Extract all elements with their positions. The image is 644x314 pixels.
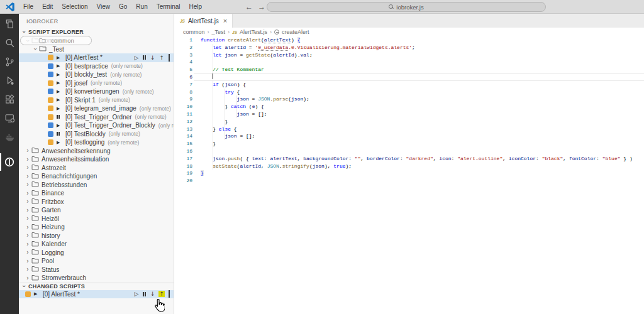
script-item[interactable]: [0] Test_Trigger_Ordner(only remote): [19, 113, 174, 122]
tab-label: AlertTest.js: [188, 18, 219, 24]
tree-find-widget[interactable]: common: [20, 36, 92, 45]
breadcrumb-item[interactable]: AlertTest.js: [240, 29, 267, 35]
code-line[interactable]: 3 let json = getState(alertId).val;: [175, 51, 644, 59]
menu-item-run[interactable]: Run: [131, 1, 152, 12]
code-line[interactable]: 17 json.push( { text: alertText, backgro…: [175, 155, 644, 163]
script-label: [0] Skript 1: [65, 97, 96, 104]
download-icon[interactable]: ↓: [150, 291, 156, 297]
run-debug-icon[interactable]: [0, 72, 19, 89]
script-item[interactable]: ▶[0] Test_Trigger_Ordner_Blockly(only re…: [19, 121, 174, 130]
code-line[interactable]: 2 let alertId = '0_userdata.0.Visualisie…: [175, 44, 644, 51]
pause-icon[interactable]: [142, 55, 147, 60]
run-icon[interactable]: ▷: [133, 291, 139, 297]
menu-item-file[interactable]: File: [19, 1, 38, 12]
remote-explorer-icon[interactable]: [0, 109, 19, 127]
folder-item[interactable]: ›_Test: [19, 45, 174, 54]
script-item[interactable]: ▶[0] bestpractice(only remote): [19, 62, 174, 71]
folder-item[interactable]: ›Anwesenheitssimulation: [19, 155, 174, 164]
script-item[interactable]: ▶[0] telegram_send_image(only remote): [19, 104, 174, 113]
folder-icon: [30, 266, 42, 273]
nav-back-arrow[interactable]: ←: [245, 3, 253, 11]
play-icon: ▶: [57, 55, 63, 60]
script-label: [0] testlogging: [65, 139, 104, 146]
code-line[interactable]: 13 } else {: [175, 126, 644, 133]
folder-item[interactable]: ›Binance: [19, 189, 174, 198]
script-item[interactable]: ▶[0] Skript 1(only remote): [19, 96, 174, 105]
code-line[interactable]: 18 setState(alertId, JSON.stringify(json…: [175, 163, 644, 170]
folder-item[interactable]: ›Fritzbox: [19, 198, 174, 207]
code-line[interactable]: 19}: [175, 170, 644, 177]
extensions-icon[interactable]: [0, 90, 19, 108]
sidebar: IOBROKER › SCRIPT EXPLORER ›common›_Test…: [19, 14, 174, 314]
folder-item[interactable]: ›history: [19, 232, 174, 241]
iobroker-icon[interactable]: [0, 153, 19, 171]
code-line[interactable]: 11 json = [];: [175, 111, 644, 118]
script-item[interactable]: ▶[0] testlogging(only remote): [19, 138, 174, 147]
code-line[interactable]: 6: [175, 73, 644, 81]
folder-item[interactable]: ›Heizung: [19, 223, 174, 232]
code-line[interactable]: 9 json = JSON.parse(json);: [175, 95, 644, 103]
js-script-icon: [48, 97, 53, 103]
code-line[interactable]: 16: [175, 148, 644, 155]
script-item[interactable]: [0] TestBlockly(only remote): [19, 130, 174, 139]
folder-item[interactable]: ›Benachrichtigungen: [19, 172, 174, 181]
menu-item-terminal[interactable]: Terminal: [152, 1, 185, 12]
chevron-right-icon: ›: [25, 182, 30, 187]
code-line[interactable]: 10 } catch (e) {: [175, 103, 644, 111]
folder-item[interactable]: ›Heizöl: [19, 215, 174, 224]
script-item[interactable]: ▶[0] AlertTest *▷↓↑: [19, 290, 174, 299]
folder-item[interactable]: ›Anwesenheitserkennung: [19, 147, 174, 156]
folder-item[interactable]: ›Logging: [19, 249, 174, 257]
code-line[interactable]: 5 // Test Kommentar: [175, 66, 644, 73]
code-line[interactable]: 20: [175, 177, 644, 185]
folder-item[interactable]: ›Astrozeit: [19, 164, 174, 173]
menu-item-edit[interactable]: Edit: [38, 1, 57, 12]
breadcrumb-item[interactable]: createAlert: [282, 29, 309, 35]
explorer-icon[interactable]: [0, 15, 19, 33]
download-icon[interactable]: ↓: [150, 55, 156, 61]
folder-item[interactable]: ›Betriebsstunden: [19, 181, 174, 190]
code-line[interactable]: 7 if (json) {: [175, 81, 644, 89]
code-line[interactable]: 15 }: [175, 140, 644, 148]
script-actions: ▷↓↑: [133, 290, 170, 299]
source-control-icon[interactable]: [0, 53, 19, 70]
menu-item-selection[interactable]: Selection: [57, 1, 92, 12]
open-to-side-icon[interactable]: [168, 55, 170, 61]
folder-item[interactable]: ›Status: [19, 266, 174, 274]
upload-icon[interactable]: ↑: [158, 55, 165, 61]
script-label: [0] josef: [65, 80, 87, 87]
script-item[interactable]: ▶[0] konvertierungen(only remote): [19, 87, 174, 96]
code-area[interactable]: 1function createAlert(alertText) {2 let …: [175, 36, 644, 314]
code-line[interactable]: 12 }: [175, 118, 644, 126]
tab-alerttest[interactable]: JS AlertTest.js ×: [175, 14, 233, 28]
script-item[interactable]: ▶[0] blockly_test(only remote): [19, 70, 174, 79]
close-icon[interactable]: ×: [223, 17, 227, 24]
script-item[interactable]: ▶[0] AlertTest *▷↓↑: [19, 53, 174, 62]
search-icon[interactable]: [0, 34, 19, 51]
run-icon[interactable]: ▷: [133, 55, 139, 61]
breadcrumb-item[interactable]: _Test: [212, 29, 226, 35]
section-script-explorer[interactable]: › SCRIPT EXPLORER: [19, 28, 174, 36]
folder-item[interactable]: ›Garten: [19, 206, 174, 215]
folder-item[interactable]: ›Kalender: [19, 240, 174, 249]
code-line[interactable]: 4: [175, 58, 644, 66]
upload-icon[interactable]: ↑: [158, 291, 165, 297]
folder-item[interactable]: ›Stromverbrauch: [19, 274, 174, 283]
menu-item-go[interactable]: Go: [114, 1, 131, 12]
breadcrumb-item[interactable]: common: [183, 29, 205, 35]
line-content: // Test Kommentar: [201, 66, 264, 73]
code-line[interactable]: 1function createAlert(alertText) {: [175, 36, 644, 44]
script-item[interactable]: ▶[0] josef(only remote): [19, 79, 174, 88]
code-line[interactable]: 8 try {: [175, 89, 644, 96]
open-to-side-icon[interactable]: [168, 291, 170, 297]
nav-forward-arrow[interactable]: →: [258, 3, 265, 11]
menu-item-view[interactable]: View: [92, 1, 115, 12]
pause-icon[interactable]: [142, 292, 147, 296]
menu-item-help[interactable]: Help: [185, 1, 207, 12]
section-changed-scripts[interactable]: › CHANGED SCRIPTS: [19, 283, 174, 290]
folder-item[interactable]: ›Pool: [19, 257, 174, 266]
code-line[interactable]: 14 json = [];: [175, 133, 644, 140]
docker-icon[interactable]: [0, 128, 19, 146]
folder-icon: [39, 38, 46, 43]
command-center-search[interactable]: iobroker.js: [267, 2, 546, 12]
